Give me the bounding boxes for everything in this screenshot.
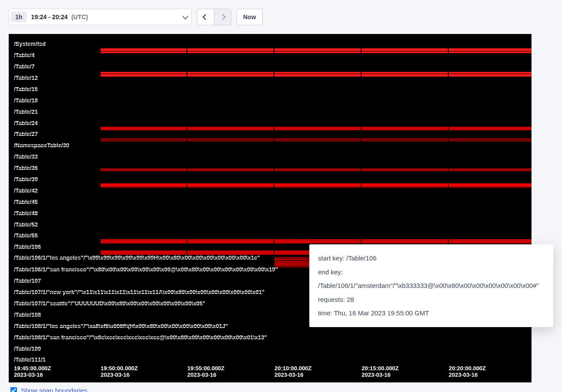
time-tz-text: (UTC) bbox=[71, 14, 88, 20]
prev-time-button[interactable] bbox=[197, 9, 214, 25]
now-button[interactable]: Now bbox=[237, 9, 263, 25]
time-preset-pill: 1h bbox=[11, 12, 27, 22]
toolbar: 1h 19:24 - 20:24 (UTC) Now bbox=[0, 0, 562, 34]
footer: Show span boundaries bbox=[9, 386, 553, 392]
chevron-down-icon bbox=[182, 14, 188, 20]
tooltip-requests: 28 bbox=[347, 296, 354, 303]
x-axis-tick: 19:55:00.000Z2023-03-16 bbox=[187, 365, 224, 378]
tooltip-end-key: /Table/106/1/"amsterdam"/"\xb333333@\x00… bbox=[318, 282, 539, 289]
x-axis-tick: 19:50:00.000Z2023-03-16 bbox=[101, 365, 138, 378]
heatmap-cell[interactable] bbox=[101, 72, 532, 77]
tooltip-start-key: /Table/106 bbox=[346, 254, 376, 262]
show-span-boundaries-label[interactable]: Show span boundaries bbox=[21, 387, 88, 392]
show-span-boundaries-checkbox[interactable] bbox=[10, 387, 17, 392]
time-range-picker[interactable]: 1h 19:24 - 20:24 (UTC) bbox=[9, 9, 192, 25]
chevron-left-icon bbox=[203, 14, 209, 20]
keyrange-heatmap[interactable]: /System/tsd/Table/4/Table/7/Table/12/Tab… bbox=[9, 34, 532, 382]
time-range-text: 19:24 - 20:24 bbox=[31, 14, 68, 20]
tooltip-time: Thu, 16 Mar 2023 19:55:00 GMT bbox=[334, 309, 429, 317]
heatmap-chart-container: /System/tsd/Table/4/Table/7/Table/12/Tab… bbox=[9, 34, 553, 382]
chevron-right-icon bbox=[220, 14, 226, 20]
x-axis-tick: 20:15:00.000Z2023-03-16 bbox=[362, 365, 399, 378]
x-axis-tick: 20:10:00.000Z2023-03-16 bbox=[274, 365, 311, 378]
time-nav-group bbox=[197, 9, 231, 25]
x-axis-tick: 20:20:00.000Z2023-03-16 bbox=[449, 365, 486, 378]
next-time-button bbox=[214, 9, 231, 25]
x-axis-tick: 19:45:00.000Z2023-03-16 bbox=[14, 365, 51, 378]
heatmap-cell[interactable] bbox=[101, 239, 532, 243]
range-tooltip: start key: /Table/106 end key: /Table/10… bbox=[309, 244, 553, 327]
